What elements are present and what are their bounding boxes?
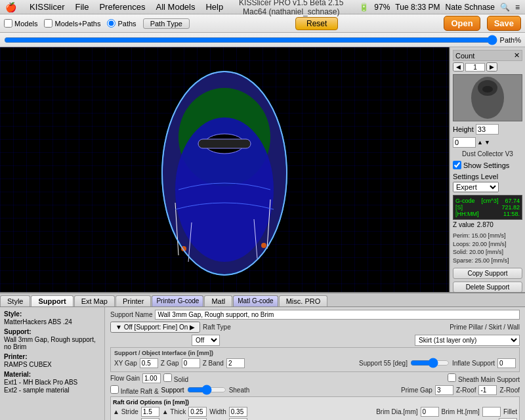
gcode-area: G-code [cm^3] 67.74 [S] 721.82 [HH:MM] 1… bbox=[453, 195, 522, 220]
solid-checkbox-label[interactable]: Solid bbox=[163, 373, 188, 383]
raft-row1: ▲ Stride ▲ Thick Width Brim Dia.[mm] Bri… bbox=[113, 407, 517, 417]
menu-file[interactable]: File bbox=[75, 2, 89, 12]
z-band-input[interactable] bbox=[226, 358, 245, 368]
tab-style[interactable]: Style bbox=[0, 295, 30, 306]
inflate-raft-slider[interactable] bbox=[187, 385, 226, 395]
count-spinner-row: ◀ ▶ bbox=[453, 62, 522, 72]
count-decrement[interactable]: ◀ bbox=[453, 62, 464, 72]
models-paths-label: Models+Paths bbox=[54, 20, 100, 28]
model-thumbnail bbox=[453, 74, 522, 121]
flow-gain-input[interactable] bbox=[142, 373, 161, 383]
apple-menu[interactable]: 🍎 bbox=[5, 2, 16, 12]
raft-grid-title: Raft Grid Options (in [mm]) bbox=[113, 399, 517, 406]
svg-rect-4 bbox=[198, 139, 251, 148]
open-button[interactable]: Open bbox=[444, 16, 480, 31]
menu-kisslicer[interactable]: KISSlicer bbox=[30, 2, 64, 12]
brim-ht-label: Brim Ht.[mm] bbox=[442, 408, 480, 415]
count-header: Count ✕ bbox=[453, 50, 522, 61]
style-section: Style: bbox=[4, 310, 100, 318]
tab-matl[interactable]: Matl bbox=[204, 295, 232, 306]
paths-radio[interactable] bbox=[107, 19, 116, 28]
thick1-label: ▲ Thick bbox=[162, 408, 186, 415]
search-icon[interactable]: 🔍 bbox=[500, 3, 510, 12]
support55-slider[interactable] bbox=[410, 358, 450, 368]
spinner-up-icon[interactable]: ▲ bbox=[477, 139, 483, 146]
z-gap-input[interactable] bbox=[182, 358, 200, 368]
reset-button[interactable]: Reset bbox=[295, 17, 338, 30]
solid-checkbox[interactable] bbox=[163, 373, 172, 382]
inflate-support-label: Inflate Support bbox=[452, 360, 495, 367]
brim-ht-input[interactable] bbox=[482, 407, 501, 417]
canvas-area[interactable] bbox=[0, 47, 450, 292]
count-increment[interactable]: ▶ bbox=[486, 62, 497, 72]
z-roof2-label: Z-Roof bbox=[499, 387, 520, 394]
count-label: Count bbox=[455, 52, 474, 60]
paths-label: Paths bbox=[117, 20, 136, 28]
sheath-label: Sheath bbox=[229, 387, 250, 394]
tab-printer-gcode[interactable]: Printer G-code bbox=[152, 295, 203, 306]
tab-printer[interactable]: Printer bbox=[116, 295, 151, 306]
show-settings-label: Show Settings bbox=[463, 161, 509, 169]
tab-ext-map[interactable]: Ext Map bbox=[74, 295, 115, 306]
prime-gap-input[interactable] bbox=[435, 385, 453, 395]
support-name-input[interactable] bbox=[155, 310, 520, 320]
bottom-section: Style Support Ext Map Printer Printer G-… bbox=[0, 292, 525, 420]
show-settings-row: Show Settings bbox=[453, 161, 522, 169]
menu-extra[interactable]: ≡ bbox=[515, 3, 520, 12]
models-paths-checkbox[interactable] bbox=[44, 19, 52, 28]
support55-label: Support 55 [deg] bbox=[359, 360, 408, 367]
right-panel: Count ✕ ◀ ▶ Height bbox=[450, 47, 525, 292]
tab-support[interactable]: Support bbox=[31, 295, 73, 306]
path-type-button[interactable]: Path Type bbox=[143, 18, 190, 29]
sheath-main-checkbox-label[interactable]: Sheath Main Support bbox=[448, 373, 520, 383]
height-row: Height bbox=[453, 124, 522, 135]
models-checkbox[interactable] bbox=[4, 19, 12, 28]
settings-level-select[interactable]: Beginner Intermediate Expert bbox=[453, 182, 499, 192]
menu-preferences[interactable]: Preferences bbox=[99, 2, 145, 12]
menu-all-models[interactable]: All Models bbox=[156, 2, 196, 12]
tab-matl-gcode[interactable]: Matl G-code bbox=[233, 295, 278, 306]
prime-label: Prime Pillar / Skirt / Wall bbox=[450, 324, 520, 331]
support-name-label: Support Name bbox=[110, 311, 152, 318]
zero-input[interactable] bbox=[453, 137, 476, 148]
height-input[interactable] bbox=[476, 124, 499, 135]
interface-box: Support / Object Interface (in [mm]) XY … bbox=[110, 347, 520, 372]
width1-input[interactable] bbox=[229, 407, 247, 417]
inflate-raft-checkbox[interactable] bbox=[110, 385, 119, 394]
stride1-input[interactable] bbox=[141, 407, 159, 417]
support-toggle-button[interactable]: ▼ Off [Support: Fine] On ▶ bbox=[110, 322, 200, 333]
xy-gap-input[interactable] bbox=[140, 358, 158, 368]
z-gap-label: Z Gap bbox=[161, 360, 179, 367]
flow-row: Flow Gain Solid Sheath Main Support bbox=[110, 373, 520, 383]
sheath-main-label: Sheath Main Support bbox=[458, 376, 520, 383]
battery-pct: 97% bbox=[374, 3, 390, 12]
thick1-input[interactable] bbox=[188, 407, 207, 417]
z-roof-label: Z-Roof bbox=[456, 387, 476, 394]
skirt-select[interactable]: Skirt (1st layer only) Prime Pillar Wall bbox=[415, 335, 520, 346]
z-value-row: Z value 2.870 bbox=[453, 221, 522, 228]
count-input[interactable] bbox=[465, 63, 485, 72]
save-button[interactable]: Save bbox=[487, 16, 521, 31]
xy-gap-label: XY Gap bbox=[114, 360, 137, 367]
count-close[interactable]: ✕ bbox=[514, 51, 520, 60]
delete-support-button[interactable]: Delete Support bbox=[453, 282, 522, 293]
inflate-support-input[interactable] bbox=[497, 358, 516, 368]
gcode-hhmm-row: [HH:MM] 11:58. bbox=[455, 211, 520, 217]
tab-misc-pro[interactable]: Misc. PRO bbox=[279, 295, 328, 306]
models-paths-checkbox-label[interactable]: Models+Paths bbox=[44, 19, 100, 28]
toolbar2: Path% bbox=[0, 33, 525, 47]
path-slider[interactable] bbox=[4, 37, 497, 43]
inflate-raft-label[interactable]: Inflate Raft & bbox=[110, 385, 159, 395]
paths-radio-label[interactable]: Paths bbox=[107, 19, 136, 28]
raft-type-select[interactable]: OffRaft bbox=[192, 335, 220, 346]
menu-help[interactable]: Help bbox=[205, 2, 223, 12]
copy-support-button[interactable]: Copy Support bbox=[453, 268, 522, 279]
z-roof-input[interactable] bbox=[478, 385, 497, 395]
support-settings: Support Name ▼ Off [Support: Fine] On ▶ … bbox=[105, 307, 525, 420]
models-checkbox-label[interactable]: Models bbox=[4, 19, 37, 28]
sheath-main-checkbox[interactable] bbox=[448, 373, 456, 382]
brim-dia-input[interactable] bbox=[421, 407, 439, 417]
spinner-down-icon[interactable]: ▼ bbox=[484, 139, 490, 146]
support-label: Support: bbox=[4, 328, 32, 335]
show-settings-checkbox[interactable] bbox=[453, 161, 461, 169]
